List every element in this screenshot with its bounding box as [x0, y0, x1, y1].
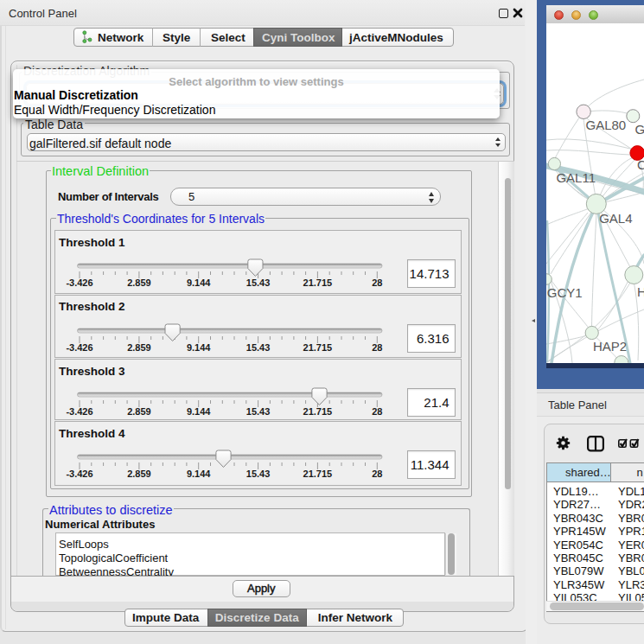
svg-text:-3.426: -3.426	[66, 277, 92, 288]
svg-text:9.144: 9.144	[187, 342, 211, 353]
svg-text:GAL11: GAL11	[556, 170, 596, 185]
svg-text:GA: GA	[635, 122, 644, 137]
svg-text:15.43: 15.43	[246, 277, 271, 288]
svg-text:21.715: 21.715	[303, 342, 333, 353]
svg-text:GAL80: GAL80	[586, 118, 627, 132]
svg-text:2.859: 2.859	[127, 406, 151, 417]
svg-text:2.859: 2.859	[127, 342, 151, 353]
svg-text:15.43: 15.43	[246, 469, 271, 479]
svg-text:21.715: 21.715	[303, 406, 333, 417]
svg-text:-3.426: -3.426	[66, 469, 92, 479]
svg-text:28: 28	[372, 469, 382, 479]
svg-text:C: C	[637, 157, 644, 172]
svg-text:28: 28	[372, 406, 382, 417]
svg-text:HAP2: HAP2	[593, 339, 627, 354]
svg-text:-3.426: -3.426	[66, 406, 92, 417]
svg-text:28: 28	[372, 277, 382, 288]
svg-text:9.144: 9.144	[187, 277, 211, 288]
svg-text:H: H	[637, 284, 644, 299]
svg-text:2.859: 2.859	[127, 277, 151, 288]
svg-text:21.715: 21.715	[303, 277, 333, 288]
svg-text:-3.426: -3.426	[66, 342, 92, 353]
svg-text:28: 28	[372, 342, 382, 353]
svg-text:2.859: 2.859	[127, 469, 151, 479]
svg-text:GAL4: GAL4	[599, 211, 632, 226]
svg-text:15.43: 15.43	[246, 406, 271, 417]
svg-text:9.144: 9.144	[187, 469, 211, 479]
svg-text:9.144: 9.144	[187, 406, 211, 417]
svg-text:GCY1: GCY1	[547, 285, 583, 300]
svg-text:21.715: 21.715	[303, 469, 333, 479]
svg-text:15.43: 15.43	[246, 342, 271, 353]
